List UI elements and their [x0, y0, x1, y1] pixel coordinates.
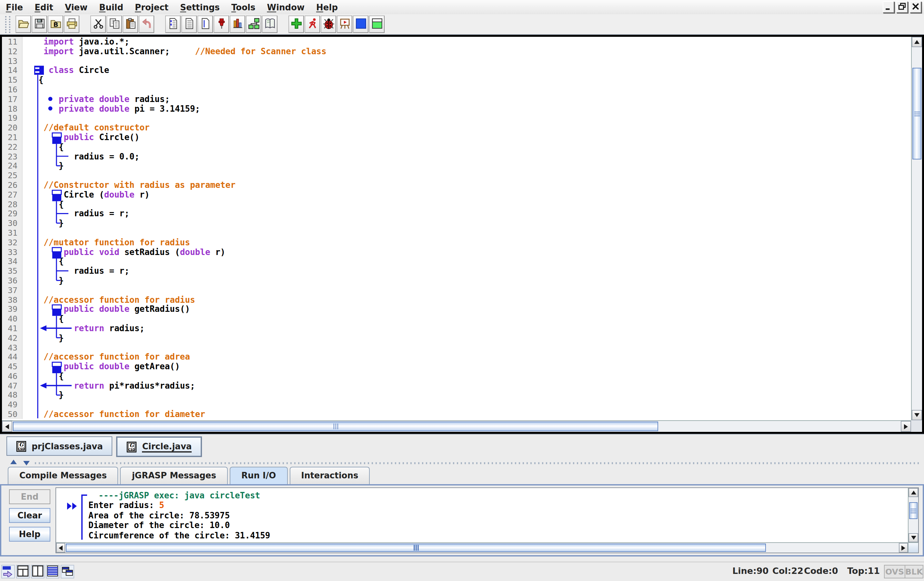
split-columns-button[interactable]	[31, 565, 45, 578]
code-line-48[interactable]: 48 }	[2, 390, 911, 400]
code-line-18[interactable]: 18 private double pi = 3.14159;	[2, 104, 911, 113]
menu-project[interactable]: Project	[129, 2, 174, 12]
compile-button[interactable]	[289, 15, 304, 33]
code-line-42[interactable]: 42 }	[2, 333, 911, 343]
tab-run-i-o[interactable]: Run I/O	[230, 467, 287, 484]
splitter-expand-up-button[interactable]	[10, 460, 17, 464]
output-horizontal-scrollbar[interactable]	[56, 542, 908, 553]
code-line-15[interactable]: 15 {	[2, 75, 911, 84]
code-line-37[interactable]: 37	[2, 285, 911, 295]
tab-compile-messages[interactable]: Compile Messages	[8, 467, 119, 484]
code-line-39[interactable]: 39 public double getRadius()	[2, 305, 911, 314]
code-line-29[interactable]: 29 radius = r;	[2, 209, 911, 218]
code-line-26[interactable]: 26 //Constructor with radius as paramete…	[2, 180, 911, 190]
menu-tools[interactable]: Tools	[226, 2, 261, 12]
scroll-thumb[interactable]	[912, 68, 921, 159]
blue-panel-button[interactable]	[353, 15, 368, 33]
code-line-32[interactable]: 32 //mutator function for radius	[2, 237, 911, 247]
cut-button[interactable]	[90, 15, 106, 33]
code-line-28[interactable]: 28 {	[2, 199, 911, 209]
code-line-49[interactable]: 49	[2, 400, 911, 410]
tab-jgrasp-messages[interactable]: jGRASP Messages	[120, 467, 228, 484]
scroll-thumb[interactable]	[66, 543, 766, 552]
print-button[interactable]	[64, 15, 79, 33]
code-line-24[interactable]: 24 }	[2, 161, 911, 171]
complexity-graph-button[interactable]	[230, 15, 245, 33]
code-line-12[interactable]: 12 import java.util.Scanner; //Needed fo…	[2, 46, 911, 56]
code-line-11[interactable]: 11 import java.io.*;	[2, 37, 911, 46]
splitter-expand-down-button[interactable]	[23, 461, 30, 465]
code-line-40[interactable]: 40 {	[2, 314, 911, 323]
code-line-27[interactable]: 27 Circle (double r)	[2, 190, 911, 199]
run-canvas-button[interactable]	[337, 15, 352, 33]
code-line-19[interactable]: 19	[2, 113, 911, 123]
undo-button[interactable]	[139, 15, 154, 33]
cascade-windows-button[interactable]	[61, 565, 74, 578]
code-line-38[interactable]: 38 //accessor function for radius	[2, 295, 911, 305]
menu-settings[interactable]: Settings	[174, 2, 226, 12]
browse-files-button[interactable]: B	[48, 15, 63, 33]
code-line-30[interactable]: 30 }	[2, 218, 911, 228]
code-editor[interactable]: 11 import java.io.*;12 import java.util.…	[2, 37, 911, 420]
menu-help[interactable]: Help	[310, 2, 343, 12]
code-line-33[interactable]: 33 public void setRadius (double r)	[2, 247, 911, 257]
code-line-34[interactable]: 34 {	[2, 257, 911, 266]
generate-csd-button[interactable]	[165, 15, 181, 33]
scroll-left-button[interactable]	[2, 421, 12, 432]
uml-window-button[interactable]	[246, 15, 261, 33]
scroll-up-button[interactable]	[909, 488, 918, 497]
scroll-thumb[interactable]	[909, 502, 917, 519]
menu-build[interactable]: Build	[93, 2, 129, 12]
debug-button[interactable]	[321, 15, 336, 33]
code-line-46[interactable]: 46 {	[2, 371, 911, 381]
output-vertical-scrollbar[interactable]	[908, 488, 918, 542]
scroll-right-button[interactable]	[899, 543, 908, 553]
run-io-output[interactable]: ----jGRASP exec: java circleTestEnter ra…	[56, 487, 919, 553]
code-line-47[interactable]: 47 return pi*radius*radius;	[2, 381, 911, 390]
code-line-35[interactable]: 35 radius = r;	[2, 266, 911, 276]
file-tab-circle-java[interactable]: GCSDCircle.java	[117, 436, 202, 457]
documentation-button[interactable]	[262, 15, 277, 33]
scroll-thumb[interactable]	[13, 422, 658, 431]
open-file-button[interactable]	[15, 15, 31, 33]
code-line-20[interactable]: 20 //default constructor	[2, 122, 911, 132]
scroll-right-button[interactable]	[901, 421, 911, 432]
close-button[interactable]	[910, 1, 921, 13]
paste-button[interactable]	[122, 15, 138, 33]
scroll-down-button[interactable]	[909, 533, 918, 542]
copy-button[interactable]	[106, 15, 122, 33]
code-line-43[interactable]: 43	[2, 343, 911, 352]
code-line-31[interactable]: 31	[2, 228, 911, 238]
scroll-down-button[interactable]	[912, 410, 922, 420]
menu-view[interactable]: View	[59, 2, 93, 12]
code-line-13[interactable]: 13	[2, 56, 911, 66]
menu-file[interactable]: File	[0, 2, 29, 12]
editor-horizontal-scrollbar[interactable]	[2, 420, 911, 432]
code-line-50[interactable]: 50 //accessor function for diameter	[2, 409, 911, 419]
code-line-17[interactable]: 17 private double radius;	[2, 94, 911, 104]
code-line-25[interactable]: 25	[2, 170, 911, 180]
scroll-up-button[interactable]	[912, 37, 922, 47]
code-line-16[interactable]: 16	[2, 84, 911, 94]
code-line-41[interactable]: 41 return radius;	[2, 323, 911, 333]
tab-interactions[interactable]: Interactions	[289, 467, 370, 484]
remove-csd-button[interactable]	[182, 15, 197, 33]
line-display-button[interactable]	[46, 565, 59, 578]
code-line-22[interactable]: 22 {	[2, 142, 911, 152]
editor-vertical-scrollbar[interactable]	[911, 37, 922, 420]
code-line-36[interactable]: 36 }	[2, 276, 911, 285]
restore-button[interactable]	[896, 1, 908, 13]
number-lines-button[interactable]	[198, 15, 213, 33]
menu-window[interactable]: Window	[261, 2, 310, 12]
toolbar-drag-handle[interactable]	[5, 16, 10, 33]
clear-button[interactable]: Clear	[9, 508, 50, 523]
code-line-23[interactable]: 23 radius = 0.0;	[2, 151, 911, 161]
save-file-button[interactable]	[31, 15, 47, 33]
code-line-14[interactable]: 14 class Circle	[2, 66, 911, 75]
code-line-45[interactable]: 45 public double getArea()	[2, 361, 911, 371]
end-button[interactable]: End	[9, 489, 50, 504]
pin-window-button[interactable]	[214, 15, 229, 33]
object-panel-button[interactable]	[369, 15, 384, 33]
run-button[interactable]	[305, 15, 320, 33]
pane-splitter[interactable]	[0, 459, 924, 466]
